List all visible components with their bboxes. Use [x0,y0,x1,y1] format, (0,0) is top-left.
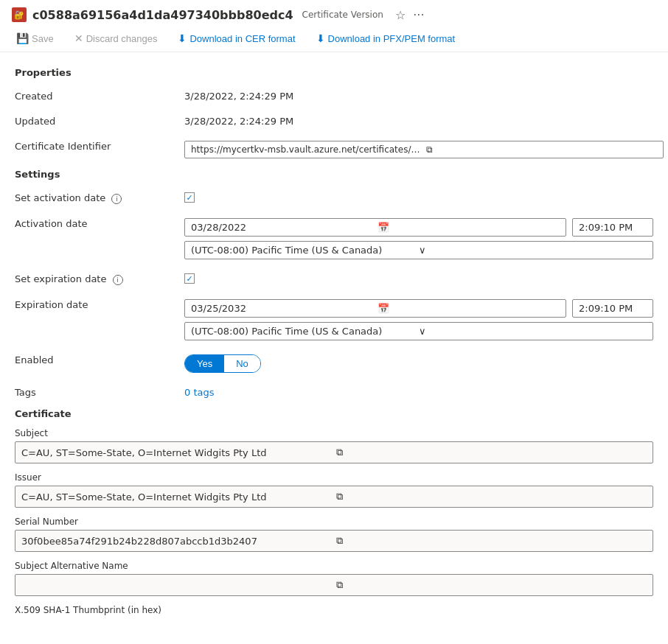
activation-date-row: Activation date 03/28/2022 📅 2:09:10 PM … [15,214,653,259]
updated-label: Updated [15,112,184,127]
created-label: Created [15,87,184,102]
updated-value: 3/28/2022, 2:24:29 PM [184,112,653,127]
set-activation-row: Set activation date i [15,189,653,204]
issuer-label: Issuer [15,472,653,483]
enabled-yes-button[interactable]: Yes [185,355,224,372]
expiration-time-input[interactable]: 2:09:10 PM [572,299,653,318]
expiration-timezone-dropdown[interactable]: (UTC-08:00) Pacific Time (US & Canada) ∨ [184,322,653,340]
thumbprint-group: X.509 SHA-1 Thumbprint (in hex) [15,605,653,615]
activation-date-label: Activation date [15,214,184,229]
certificate-icon [12,7,27,22]
activation-date-group: 03/28/2022 📅 2:09:10 PM (UTC-08:00) Paci… [184,214,653,259]
expiration-date-row: Expiration date 03/25/2032 📅 2:09:10 PM … [15,295,653,340]
copy-subject-icon[interactable]: ⧉ [336,447,647,458]
serial-field: 30f0bee85a74f291b24b228d807abccb1d3b2407… [15,530,653,552]
set-expiration-row: Set expiration date i [15,270,653,285]
enabled-toggle: Yes No [184,351,653,373]
cert-id-row: Certificate Identifier https://mycertkv-… [15,137,653,158]
expiration-date-time-row: 03/25/2032 📅 2:09:10 PM [184,299,653,318]
subject-field: C=AU, ST=Some-State, O=Internet Widgits … [15,441,653,463]
download-pfx-icon: ⬇ [316,32,325,44]
title-bar: c0588a69156a4d1da497340bbb80edc4 Certifi… [0,0,668,25]
activation-timezone-dropdown[interactable]: (UTC-08:00) Pacific Time (US & Canada) ∨ [184,241,653,259]
expiration-date-label: Expiration date [15,295,184,310]
enabled-toggle-group[interactable]: Yes No [184,354,261,373]
tags-value: 0 tags [184,383,653,398]
set-activation-checkbox-field [184,189,653,203]
download-cer-icon: ⬇ [178,32,187,44]
created-value: 3/28/2022, 2:24:29 PM [184,87,653,102]
thumbprint-label: X.509 SHA-1 Thumbprint (in hex) [15,605,653,615]
activation-date-input[interactable]: 03/28/2022 📅 [184,218,566,237]
expiration-date-input[interactable]: 03/25/2032 📅 [184,299,566,318]
certificate-section-title: Certificate [15,408,653,419]
tags-link[interactable]: 0 tags [184,387,215,398]
activation-calendar-icon: 📅 [378,222,560,233]
tags-label: Tags [15,383,184,398]
save-button[interactable]: 💾 Save [12,29,58,47]
created-row: Created 3/28/2022, 2:24:29 PM [15,87,653,102]
set-expiration-checkbox[interactable] [184,273,653,284]
discard-icon: ✕ [74,32,83,44]
san-field: ⧉ [15,574,653,596]
page-subtitle: Certificate Version [302,10,383,20]
set-expiration-label: Set expiration date i [15,270,184,285]
set-expiration-info-icon[interactable]: i [113,275,123,285]
updated-row: Updated 3/28/2022, 2:24:29 PM [15,112,653,127]
expiration-timezone-chevron: ∨ [419,326,647,337]
settings-section-title: Settings [15,169,653,180]
download-pfx-button[interactable]: ⬇ Download in PFX/PEM format [312,29,460,47]
download-cer-button[interactable]: ⬇ Download in CER format [173,29,299,47]
set-activation-label: Set activation date i [15,189,184,204]
set-activation-info-icon[interactable]: i [111,194,122,204]
enabled-no-button[interactable]: No [224,355,260,372]
subject-label: Subject [15,428,653,438]
expiration-date-group: 03/25/2032 📅 2:09:10 PM (UTC-08:00) Paci… [184,295,653,340]
serial-label: Serial Number [15,517,653,527]
activation-timezone-chevron: ∨ [419,245,647,256]
toolbar: 💾 Save ✕ Discard changes ⬇ Download in C… [0,25,668,52]
save-icon: 💾 [16,32,29,44]
main-content: Properties Created 3/28/2022, 2:24:29 PM… [0,52,668,636]
cert-id-url-field: https://mycertkv-msb.vault.azure.net/cer… [184,141,664,158]
copy-cert-id-icon[interactable]: ⧉ [426,144,657,155]
san-label: Subject Alternative Name [15,561,653,571]
cert-id-field: https://mycertkv-msb.vault.azure.net/cer… [184,137,664,158]
enabled-row: Enabled Yes No [15,351,653,373]
tags-row: Tags 0 tags [15,383,653,398]
enabled-label: Enabled [15,351,184,365]
activation-date-time-row: 03/28/2022 📅 2:09:10 PM [184,218,653,237]
expiration-calendar-icon: 📅 [378,303,560,314]
copy-issuer-icon[interactable]: ⧉ [336,491,647,503]
expiration-checkbox-box[interactable] [184,273,195,284]
san-group: Subject Alternative Name ⧉ [15,561,653,596]
activation-time-input[interactable]: 2:09:10 PM [572,218,653,237]
set-expiration-checkbox-field [184,270,653,284]
serial-group: Serial Number 30f0bee85a74f291b24b228d80… [15,517,653,552]
title-actions: ☆ ··· [395,8,425,22]
more-icon[interactable]: ··· [413,8,424,22]
subject-group: Subject C=AU, ST=Some-State, O=Internet … [15,428,653,463]
set-activation-checkbox[interactable] [184,192,653,203]
discard-button[interactable]: ✕ Discard changes [70,29,162,47]
copy-serial-icon[interactable]: ⧉ [336,535,647,547]
page-title: c0588a69156a4d1da497340bbb80edc4 [32,8,293,22]
activation-checkbox-box[interactable] [184,192,195,203]
cert-id-label: Certificate Identifier [15,137,184,152]
copy-san-icon[interactable]: ⧉ [336,579,647,591]
properties-section-title: Properties [15,67,653,78]
pin-icon[interactable]: ☆ [395,8,406,22]
issuer-field: C=AU, ST=Some-State, O=Internet Widgits … [15,486,653,508]
issuer-group: Issuer C=AU, ST=Some-State, O=Internet W… [15,472,653,508]
